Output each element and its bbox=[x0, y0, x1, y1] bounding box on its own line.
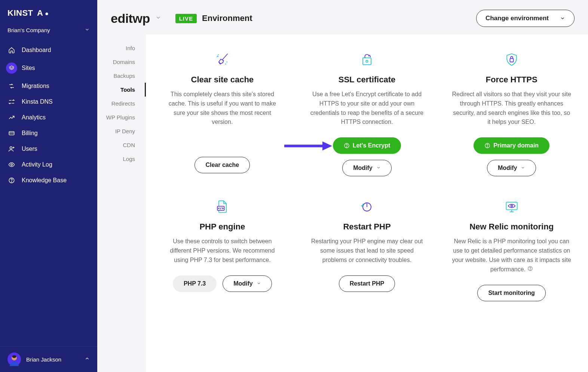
card-desc: Use these controls to switch between dif… bbox=[162, 237, 282, 265]
subnav-item-domains[interactable]: Domains bbox=[97, 55, 146, 69]
sidebar-item-kb[interactable]: Knowledge Base bbox=[0, 173, 97, 188]
button-label: Restart PHP bbox=[350, 280, 384, 287]
subnav-item-backups[interactable]: Backups bbox=[97, 69, 146, 83]
button-label: Modify bbox=[233, 280, 253, 287]
card-title: SSL certificate bbox=[339, 75, 395, 85]
php-modify-button[interactable]: Modify bbox=[223, 275, 272, 292]
help-circle-icon[interactable] bbox=[527, 265, 533, 274]
chevron-down-icon bbox=[257, 280, 261, 287]
monitor-icon bbox=[503, 199, 520, 215]
subnav-item-wp-plugins[interactable]: WP Plugins bbox=[97, 110, 146, 124]
company-selector[interactable]: Brian's Company bbox=[0, 22, 97, 40]
chevron-up-icon bbox=[85, 356, 90, 363]
card-title: Restart PHP bbox=[343, 222, 391, 232]
svg-point-15 bbox=[225, 64, 226, 65]
card-clear-cache: Clear site cache This completely clears … bbox=[152, 52, 293, 176]
help-icon bbox=[7, 177, 16, 184]
sidebar-item-activity[interactable]: Activity Log bbox=[0, 157, 97, 173]
card-desc: New Relic is a PHP monitoring tool you c… bbox=[452, 237, 572, 274]
sidebar-item-dashboard[interactable]: Dashboard bbox=[0, 42, 97, 58]
subnav-label: Redirects bbox=[111, 100, 135, 107]
brand-logo: KINSTA bbox=[0, 0, 97, 22]
card-desc: Restarting your PHP engine may clear out… bbox=[307, 237, 427, 265]
subnav-label: Backups bbox=[113, 73, 135, 79]
sidebar-item-analytics[interactable]: Analytics bbox=[0, 110, 97, 125]
start-monitoring-button[interactable]: Start monitoring bbox=[477, 285, 545, 301]
button-label: Let's Encrypt bbox=[353, 142, 391, 149]
card-title: New Relic monitoring bbox=[469, 222, 554, 232]
home-icon bbox=[7, 47, 16, 54]
svg-point-9 bbox=[11, 164, 13, 166]
analytics-icon bbox=[7, 114, 16, 121]
sidebar-item-label: Dashboard bbox=[22, 47, 51, 54]
subnav-item-cdn[interactable]: CDN bbox=[97, 138, 146, 152]
button-label: Modify bbox=[498, 165, 517, 171]
card-desc: This completely clears this site's store… bbox=[162, 90, 282, 127]
svg-text:A: A bbox=[37, 8, 43, 18]
sidebar-item-migrations[interactable]: Migrations bbox=[0, 78, 97, 94]
svg-marker-3 bbox=[9, 66, 14, 68]
button-label: Clear cache bbox=[205, 162, 239, 168]
svg-point-24 bbox=[487, 147, 488, 147]
subnav-item-ip-deny[interactable]: IP Deny bbox=[97, 124, 146, 138]
site-title: editwp bbox=[111, 11, 150, 26]
ssl-modify-button[interactable]: Modify bbox=[342, 160, 392, 176]
card-desc: Use a free Let's Encrypt certificate to … bbox=[307, 90, 427, 127]
tools-panel: Clear site cache This completely clears … bbox=[146, 34, 588, 372]
user-menu[interactable]: Brian Jackson bbox=[0, 346, 97, 372]
subnav-item-tools[interactable]: Tools bbox=[97, 83, 146, 97]
https-modify-button[interactable]: Modify bbox=[487, 160, 536, 176]
svg-point-6 bbox=[10, 147, 12, 149]
chevron-down-icon bbox=[376, 165, 381, 171]
change-environment-button[interactable]: Change environment bbox=[476, 10, 575, 27]
avatar bbox=[7, 353, 21, 366]
site-subnav: Info Domains Backups Tools Redirects WP … bbox=[97, 34, 146, 372]
sidebar-item-label: Billing bbox=[22, 130, 38, 137]
environment-label: Environment bbox=[202, 13, 252, 23]
subnav-item-redirects[interactable]: Redirects bbox=[97, 97, 146, 110]
subnav-label: IP Deny bbox=[115, 128, 135, 134]
button-label: Change environment bbox=[486, 15, 549, 22]
primary-domain-button[interactable]: Primary domain bbox=[474, 137, 549, 154]
subnav-label: Logs bbox=[123, 156, 135, 162]
sidebar-item-sites[interactable]: Sites bbox=[0, 58, 97, 78]
chevron-down-icon bbox=[560, 16, 565, 21]
subnav-item-info[interactable]: Info bbox=[97, 41, 146, 55]
restart-icon bbox=[359, 199, 375, 215]
site-selector[interactable] bbox=[155, 15, 161, 22]
svg-rect-28 bbox=[506, 202, 517, 210]
svg-point-33 bbox=[530, 269, 530, 270]
svg-point-17 bbox=[366, 60, 368, 62]
subnav-item-logs[interactable]: Logs bbox=[97, 152, 146, 166]
clear-cache-button[interactable]: Clear cache bbox=[195, 157, 250, 173]
button-label: Modify bbox=[353, 165, 373, 171]
php-version-chip: PHP 7.3 bbox=[173, 275, 217, 292]
users-icon bbox=[7, 146, 16, 152]
svg-rect-22 bbox=[510, 58, 513, 62]
sidebar-item-users[interactable]: Users bbox=[0, 141, 97, 157]
page-header: editwp LIVE Environment Change environme… bbox=[97, 0, 588, 34]
lets-encrypt-button[interactable]: Let's Encrypt bbox=[333, 137, 401, 154]
card-title: Force HTTPS bbox=[486, 75, 538, 85]
sidebar-item-dns[interactable]: Kinsta DNS bbox=[0, 94, 97, 110]
shield-lock-icon bbox=[503, 52, 520, 68]
restart-php-button[interactable]: Restart PHP bbox=[339, 275, 395, 292]
chevron-down-icon bbox=[85, 27, 90, 33]
sidebar-item-label: Migrations bbox=[22, 83, 49, 89]
layers-icon bbox=[6, 62, 17, 74]
subnav-label: WP Plugins bbox=[106, 114, 135, 121]
sidebar-nav: Dashboard Sites Migrations Kinsta DNS An… bbox=[0, 40, 97, 346]
sidebar-item-label: Kinsta DNS bbox=[22, 98, 53, 105]
card-title: Clear site cache bbox=[191, 75, 254, 85]
svg-text:KINST: KINST bbox=[7, 8, 33, 18]
chevron-down-icon bbox=[521, 165, 525, 171]
sidebar-item-billing[interactable]: Billing bbox=[0, 125, 97, 141]
broom-icon bbox=[214, 52, 230, 68]
subnav-label: Domains bbox=[113, 59, 135, 65]
help-circle-icon bbox=[484, 143, 490, 149]
help-circle-icon bbox=[344, 143, 350, 149]
ssl-lock-icon bbox=[359, 52, 375, 68]
company-name: Brian's Company bbox=[7, 27, 50, 33]
eye-icon bbox=[7, 161, 16, 168]
code-file-icon bbox=[214, 199, 230, 215]
